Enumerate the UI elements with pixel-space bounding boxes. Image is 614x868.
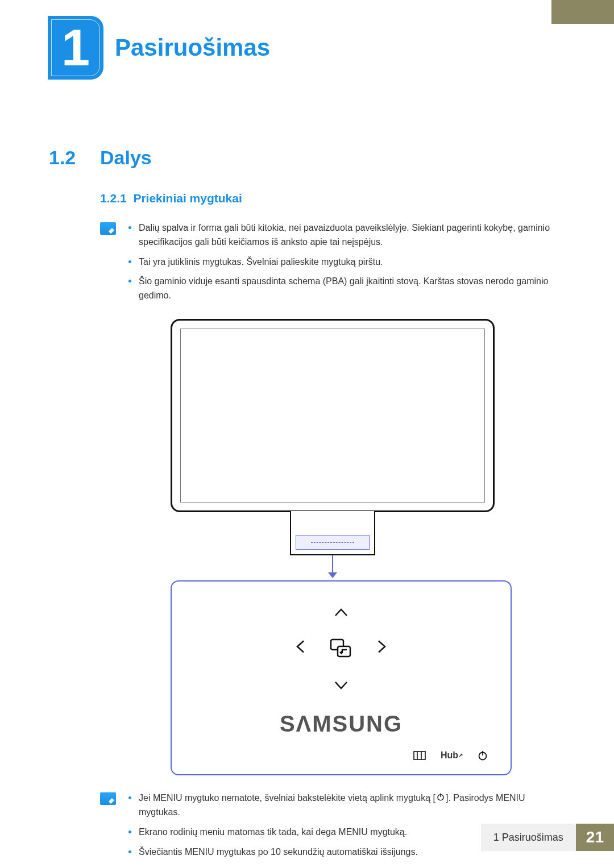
chapter-title: Pasiruošimas [115, 34, 270, 61]
brand-logo: SΛMSUNG [183, 711, 499, 737]
note-list-1: Dalių spalva ir forma gali būti kitokia,… [128, 221, 565, 309]
note1-item3: Šio gaminio viduje esanti spausdinta sch… [128, 275, 565, 303]
source-icon [413, 751, 426, 760]
chevron-right-icon [377, 639, 387, 657]
callout-line [332, 555, 333, 572]
note1-item1: Dalių spalva ir forma gali būti kitokia,… [128, 221, 565, 250]
power-icon [478, 750, 488, 761]
stand-button-area [296, 535, 370, 550]
top-accent-bar [551, 0, 614, 24]
chapter-badge: 1 [48, 16, 103, 80]
button-panel: SΛMSUNG Hub↗ [171, 580, 512, 775]
footer-label: 1 Pasiruošimas [481, 824, 576, 851]
subsection-title: Priekiniai mygtukai [133, 192, 242, 205]
section-heading: 1.2Dalys [49, 147, 565, 169]
note-icon [100, 222, 116, 235]
svg-rect-1 [338, 646, 350, 657]
monitor-figure: SΛMSUNG Hub↗ [100, 319, 565, 775]
hub-text: Hub [441, 750, 458, 761]
section-title: Dalys [100, 147, 152, 168]
chevron-up-icon [334, 603, 348, 621]
subsection-heading: 1.2.1 Priekiniai mygtukai [100, 192, 565, 205]
callout-arrow-icon [328, 572, 337, 578]
svg-rect-3 [414, 751, 425, 759]
note-icon [100, 792, 116, 805]
chapter-number: 1 [61, 22, 90, 73]
section-body: 1.2Dalys 1.2.1 Priekiniai mygtukai Dalių… [49, 147, 565, 868]
page-footer: 1 Pasiruošimas 21 [481, 824, 614, 851]
footer-page-number: 21 [576, 824, 614, 851]
note2-item1: Jei MENIU mygtuko nematote, švelniai bak… [128, 791, 565, 820]
enter-icon [329, 637, 354, 660]
chapter-header: 1 Pasiruošimas [48, 16, 270, 80]
dpad [296, 603, 387, 694]
subsection-number: 1.2.1 [100, 192, 127, 205]
hub-label: Hub↗ [441, 750, 463, 761]
chevron-down-icon [334, 676, 348, 694]
note2-item1-pre: Jei MENIU mygtuko nematote, švelniai bak… [139, 793, 435, 803]
section-number: 1.2 [49, 147, 100, 169]
power-icon [437, 791, 445, 805]
monitor-outline: SΛMSUNG Hub↗ [171, 319, 495, 775]
panel-bottom-icons: Hub↗ [183, 750, 499, 761]
monitor-screen [171, 319, 495, 512]
monitor-stand [290, 511, 375, 555]
note1-item2: Tai yra jutiklinis mygtukas. Švelniai pa… [128, 255, 565, 269]
note-block-1: Dalių spalva ir forma gali būti kitokia,… [100, 221, 565, 309]
chevron-left-icon [296, 639, 305, 657]
